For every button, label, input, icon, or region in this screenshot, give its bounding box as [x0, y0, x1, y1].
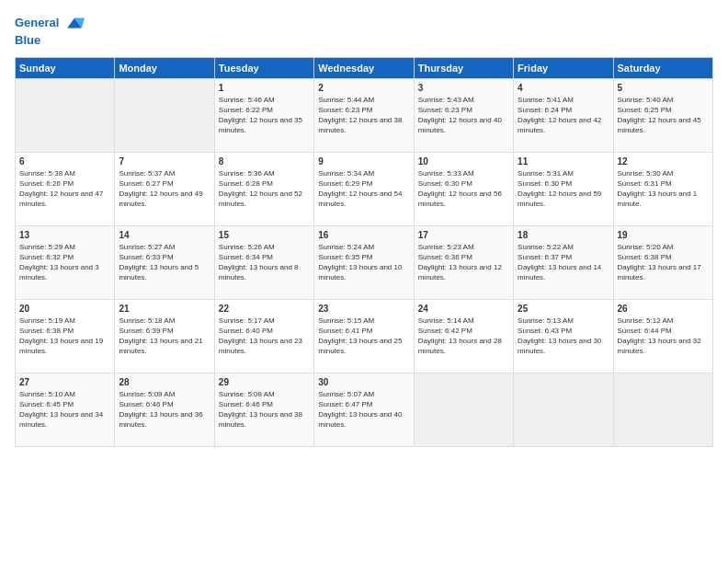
- calendar-cell: 26Sunrise: 5:12 AMSunset: 6:44 PMDayligh…: [613, 299, 712, 373]
- day-info: Sunrise: 5:10 AMSunset: 6:45 PMDaylight:…: [19, 389, 110, 431]
- calendar-cell: 16Sunrise: 5:24 AMSunset: 6:35 PMDayligh…: [314, 225, 414, 299]
- calendar-week-row: 1Sunrise: 5:46 AMSunset: 6:22 PMDaylight…: [16, 78, 713, 152]
- day-number: 25: [518, 304, 609, 314]
- day-info: Sunrise: 5:38 AMSunset: 6:26 PMDaylight:…: [19, 168, 110, 210]
- calendar-cell: [115, 78, 214, 152]
- col-friday: Friday: [514, 57, 613, 78]
- day-info: Sunrise: 5:13 AMSunset: 6:43 PMDaylight:…: [518, 316, 609, 357]
- calendar-cell: 9Sunrise: 5:34 AMSunset: 6:29 PMDaylight…: [314, 152, 414, 225]
- day-info: Sunrise: 5:19 AMSunset: 6:38 PMDaylight:…: [19, 316, 110, 357]
- calendar-cell: 1Sunrise: 5:46 AMSunset: 6:22 PMDaylight…: [214, 78, 313, 152]
- day-number: 16: [318, 230, 409, 240]
- calendar-cell: 8Sunrise: 5:36 AMSunset: 6:28 PMDaylight…: [214, 152, 313, 225]
- day-info: Sunrise: 5:40 AMSunset: 6:25 PMDaylight:…: [618, 95, 709, 136]
- day-info: Sunrise: 5:43 AMSunset: 6:23 PMDaylight:…: [418, 95, 509, 136]
- calendar-cell: 14Sunrise: 5:27 AMSunset: 6:33 PMDayligh…: [115, 225, 214, 299]
- day-info: Sunrise: 5:20 AMSunset: 6:38 PMDaylight:…: [618, 242, 709, 283]
- day-info: Sunrise: 5:18 AMSunset: 6:39 PMDaylight:…: [119, 316, 210, 357]
- day-number: 5: [618, 83, 709, 93]
- day-info: Sunrise: 5:07 AMSunset: 6:47 PMDaylight:…: [318, 389, 409, 431]
- day-number: 12: [618, 156, 709, 167]
- calendar-cell: 12Sunrise: 5:30 AMSunset: 6:31 PMDayligh…: [613, 152, 712, 225]
- calendar-page: General Blue Sunday Monday Tuesday We: [0, 0, 728, 563]
- day-info: Sunrise: 5:24 AMSunset: 6:35 PMDaylight:…: [318, 242, 409, 283]
- day-number: 1: [219, 83, 310, 93]
- calendar-week-row: 6Sunrise: 5:38 AMSunset: 6:26 PMDaylight…: [16, 152, 713, 225]
- day-number: 10: [418, 156, 509, 167]
- calendar-cell: 17Sunrise: 5:23 AMSunset: 6:36 PMDayligh…: [414, 225, 513, 299]
- day-number: 27: [19, 377, 110, 387]
- day-info: Sunrise: 5:44 AMSunset: 6:23 PMDaylight:…: [318, 95, 409, 136]
- calendar-cell: 18Sunrise: 5:22 AMSunset: 6:37 PMDayligh…: [514, 225, 613, 299]
- day-info: Sunrise: 5:08 AMSunset: 6:46 PMDaylight:…: [219, 389, 310, 431]
- calendar-header-row: Sunday Monday Tuesday Wednesday Thursday…: [16, 57, 713, 78]
- day-number: 15: [219, 230, 310, 240]
- day-info: Sunrise: 5:41 AMSunset: 6:24 PMDaylight:…: [518, 95, 609, 136]
- logo: General Blue: [15, 13, 85, 48]
- day-number: 4: [518, 83, 609, 93]
- col-wednesday: Wednesday: [314, 57, 414, 78]
- calendar-cell: 29Sunrise: 5:08 AMSunset: 6:46 PMDayligh…: [214, 373, 313, 446]
- calendar-cell: 28Sunrise: 5:09 AMSunset: 6:46 PMDayligh…: [115, 373, 214, 446]
- day-number: 20: [19, 304, 110, 314]
- day-number: 17: [418, 230, 509, 240]
- calendar-cell: 24Sunrise: 5:14 AMSunset: 6:42 PMDayligh…: [414, 299, 513, 373]
- logo-blue-text: Blue: [15, 33, 85, 48]
- calendar-cell: [514, 373, 613, 446]
- day-number: 28: [119, 377, 210, 387]
- day-number: 26: [618, 304, 709, 314]
- calendar-cell: 15Sunrise: 5:26 AMSunset: 6:34 PMDayligh…: [214, 225, 313, 299]
- day-info: Sunrise: 5:46 AMSunset: 6:22 PMDaylight:…: [219, 95, 310, 136]
- calendar-cell: 21Sunrise: 5:18 AMSunset: 6:39 PMDayligh…: [115, 299, 214, 373]
- calendar-cell: 11Sunrise: 5:31 AMSunset: 6:30 PMDayligh…: [514, 152, 613, 225]
- day-info: Sunrise: 5:30 AMSunset: 6:31 PMDaylight:…: [618, 168, 709, 210]
- calendar-cell: [414, 373, 513, 446]
- col-monday: Monday: [115, 57, 214, 78]
- day-number: 23: [318, 304, 409, 314]
- calendar-cell: 23Sunrise: 5:15 AMSunset: 6:41 PMDayligh…: [314, 299, 414, 373]
- calendar-cell: 27Sunrise: 5:10 AMSunset: 6:45 PMDayligh…: [16, 373, 115, 446]
- logo-text: General: [15, 16, 59, 30]
- day-number: 24: [418, 304, 509, 314]
- calendar-week-row: 20Sunrise: 5:19 AMSunset: 6:38 PMDayligh…: [16, 299, 713, 373]
- day-info: Sunrise: 5:26 AMSunset: 6:34 PMDaylight:…: [219, 242, 310, 283]
- day-number: 7: [119, 156, 210, 167]
- day-info: Sunrise: 5:22 AMSunset: 6:37 PMDaylight:…: [518, 242, 609, 283]
- calendar-cell: 22Sunrise: 5:17 AMSunset: 6:40 PMDayligh…: [214, 299, 313, 373]
- calendar-cell: 20Sunrise: 5:19 AMSunset: 6:38 PMDayligh…: [16, 299, 115, 373]
- logo-icon: [64, 13, 85, 33]
- day-info: Sunrise: 5:17 AMSunset: 6:40 PMDaylight:…: [219, 316, 310, 357]
- day-number: 2: [318, 83, 409, 93]
- day-info: Sunrise: 5:09 AMSunset: 6:46 PMDaylight:…: [119, 389, 210, 431]
- calendar-table: Sunday Monday Tuesday Wednesday Thursday…: [15, 57, 713, 447]
- day-info: Sunrise: 5:12 AMSunset: 6:44 PMDaylight:…: [618, 316, 709, 357]
- day-number: 22: [219, 304, 310, 314]
- calendar-week-row: 27Sunrise: 5:10 AMSunset: 6:45 PMDayligh…: [16, 373, 713, 446]
- day-info: Sunrise: 5:29 AMSunset: 6:32 PMDaylight:…: [19, 242, 110, 283]
- calendar-week-row: 13Sunrise: 5:29 AMSunset: 6:32 PMDayligh…: [16, 225, 713, 299]
- day-number: 29: [219, 377, 310, 387]
- col-thursday: Thursday: [414, 57, 513, 78]
- day-number: 18: [518, 230, 609, 240]
- calendar-cell: [16, 78, 115, 152]
- day-info: Sunrise: 5:14 AMSunset: 6:42 PMDaylight:…: [418, 316, 509, 357]
- calendar-cell: 25Sunrise: 5:13 AMSunset: 6:43 PMDayligh…: [514, 299, 613, 373]
- calendar-cell: [613, 373, 712, 446]
- day-info: Sunrise: 5:33 AMSunset: 6:30 PMDaylight:…: [418, 168, 509, 210]
- calendar-cell: 7Sunrise: 5:37 AMSunset: 6:27 PMDaylight…: [115, 152, 214, 225]
- day-number: 21: [119, 304, 210, 314]
- day-number: 19: [618, 230, 709, 240]
- day-info: Sunrise: 5:36 AMSunset: 6:28 PMDaylight:…: [219, 168, 310, 210]
- calendar-cell: 5Sunrise: 5:40 AMSunset: 6:25 PMDaylight…: [613, 78, 712, 152]
- day-info: Sunrise: 5:34 AMSunset: 6:29 PMDaylight:…: [318, 168, 409, 210]
- day-number: 3: [418, 83, 509, 93]
- day-number: 30: [318, 377, 409, 387]
- day-number: 11: [518, 156, 609, 167]
- calendar-cell: 4Sunrise: 5:41 AMSunset: 6:24 PMDaylight…: [514, 78, 613, 152]
- day-number: 14: [119, 230, 210, 240]
- day-info: Sunrise: 5:27 AMSunset: 6:33 PMDaylight:…: [119, 242, 210, 283]
- day-info: Sunrise: 5:23 AMSunset: 6:36 PMDaylight:…: [418, 242, 509, 283]
- calendar-cell: 3Sunrise: 5:43 AMSunset: 6:23 PMDaylight…: [414, 78, 513, 152]
- day-info: Sunrise: 5:37 AMSunset: 6:27 PMDaylight:…: [119, 168, 210, 210]
- calendar-cell: 6Sunrise: 5:38 AMSunset: 6:26 PMDaylight…: [16, 152, 115, 225]
